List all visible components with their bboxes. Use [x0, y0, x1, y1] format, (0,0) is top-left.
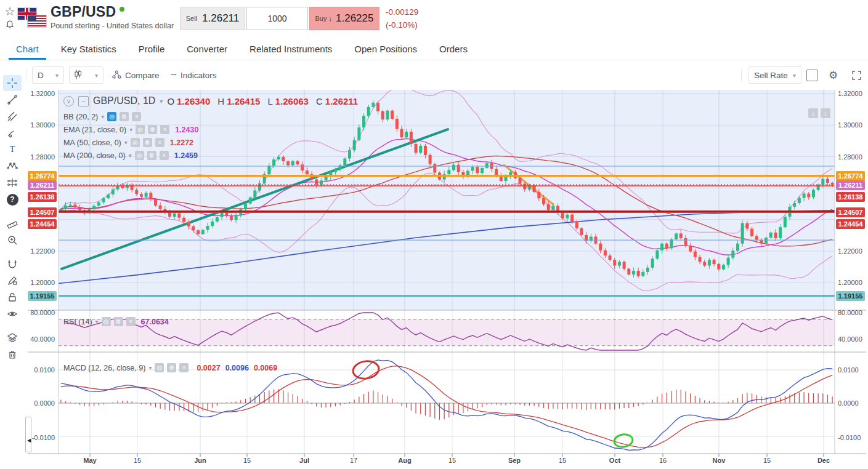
eye-icon[interactable]: ◎ — [135, 151, 144, 160]
rsi-value: 67.0634 — [141, 318, 169, 326]
price-level-badge: 1.24507 — [836, 207, 865, 217]
popup-checkbox[interactable] — [806, 66, 818, 84]
settings-icon[interactable]: ⚙ — [167, 363, 176, 372]
xabcd-pattern-icon[interactable] — [3, 158, 22, 174]
interval-selector[interactable]: D▾ — [32, 66, 64, 84]
gann-fib-tools-icon[interactable] — [3, 108, 22, 124]
eye-icon[interactable]: ◎ — [136, 125, 145, 134]
rate-type-value: Sell Rate — [754, 71, 788, 80]
macd-value: 0.0096 — [225, 364, 249, 372]
section-tabs: ChartKey StatisticsProfileConverterRelat… — [0, 38, 868, 60]
tab-key-statistics[interactable]: Key Statistics — [50, 38, 128, 60]
settings-icon[interactable]: ⚙ — [143, 138, 152, 147]
alert-bell-icon[interactable] — [2, 20, 17, 30]
interval-value: D — [38, 71, 44, 80]
close-icon[interactable]: × — [155, 138, 164, 147]
axis-label: 1.32000 — [28, 90, 55, 97]
candlestick-icon — [75, 70, 81, 81]
time-axis-label: 15 — [448, 457, 456, 464]
eye-icon[interactable]: ◎ — [107, 112, 116, 121]
settings-icon[interactable]: ⚙ — [148, 125, 157, 134]
indicator-value: 1.2272 — [170, 138, 193, 147]
quantity-field[interactable] — [246, 7, 308, 30]
ohlc-readout: O1.26340 H1.26415 L1.26063 C1.26211 — [167, 96, 358, 106]
indicators-button[interactable]: ~ Indicators — [171, 66, 216, 84]
indicator-label: MA (200, close, 0) — [63, 151, 126, 160]
price-level-badge: 1.26138 — [28, 192, 57, 202]
rate-type-selector[interactable]: Sell Rate▾ — [748, 66, 801, 84]
zoom-in-icon[interactable] — [3, 232, 22, 248]
quantity-input[interactable] — [247, 7, 307, 30]
tab-related-instruments[interactable]: Related Instruments — [238, 38, 343, 60]
tab-open-positions[interactable]: Open Positions — [343, 38, 428, 60]
time-axis-label: May — [83, 457, 96, 464]
text-icon[interactable]: T — [3, 142, 22, 158]
time-axis-label: Dec — [817, 457, 830, 464]
macd-value: 0.0027 — [197, 364, 220, 372]
axis-label: 0.0100 — [28, 366, 55, 374]
macd-value: 0.0069 — [254, 364, 277, 372]
hide-drawings-icon[interactable] — [3, 306, 22, 322]
sell-price: 1.26211 — [202, 12, 239, 25]
drawing-edit-lock-icon[interactable] — [3, 273, 22, 289]
remove-drawings-icon[interactable] — [3, 347, 22, 363]
price-level-badge: 1.26211 — [836, 180, 865, 190]
settings-icon[interactable]: ⚙ — [120, 112, 129, 121]
sell-button[interactable]: Sell 1.26211 — [180, 7, 245, 30]
axis-label: 1.30000 — [838, 121, 866, 129]
time-axis-label: 15 — [134, 457, 141, 464]
eye-icon[interactable]: ◎ — [155, 363, 164, 372]
gear-icon[interactable]: ⚙ — [829, 66, 838, 84]
settings-icon[interactable]: ⚙ — [147, 151, 156, 160]
minimize-legend-icon[interactable]: − — [78, 96, 89, 106]
axis-label: 0.0100 — [838, 366, 866, 374]
price-level-badge: 1.24454 — [836, 219, 865, 229]
collapse-legend-icon[interactable]: ∨ — [63, 96, 74, 106]
chart-toolbar: D▾ ▾ Compare ~ Indicators Sell Rate▾ ⚙ — [0, 60, 868, 90]
scale-adjust-icon[interactable]: ↕ — [808, 108, 818, 118]
eye-icon[interactable]: ◎ — [102, 317, 111, 326]
time-axis-label: 15 — [763, 457, 771, 464]
buy-label: Buy — [315, 15, 327, 22]
compare-button[interactable]: Compare — [112, 66, 160, 84]
indicator-label: BB (20, 2) — [63, 113, 98, 121]
trend-line-icon[interactable] — [3, 92, 22, 108]
chevron-down-icon: ▾ — [95, 318, 99, 325]
price-level-badge: 1.26774 — [28, 171, 57, 181]
measure-ruler-icon[interactable] — [3, 215, 22, 231]
forecast-icon[interactable] — [3, 175, 22, 191]
axis-label: 1.20000 — [28, 279, 55, 286]
close-icon[interactable]: × — [132, 112, 141, 121]
fullscreen-icon[interactable] — [852, 66, 861, 84]
chevron-down-icon: ▾ — [160, 98, 163, 105]
close-icon[interactable]: × — [160, 125, 169, 134]
scale-reset-icon[interactable]: ↕ — [821, 108, 830, 118]
close-icon[interactable]: × — [160, 151, 169, 160]
tab-chart[interactable]: Chart — [5, 38, 50, 60]
tab-converter[interactable]: Converter — [176, 38, 238, 60]
settings-icon[interactable]: ⚙ — [114, 317, 123, 326]
lock-all-drawings-icon[interactable] — [3, 289, 22, 305]
eye-icon[interactable]: ◎ — [131, 138, 140, 147]
compare-label: Compare — [125, 71, 160, 80]
magnet-icon[interactable] — [3, 256, 22, 272]
close-icon[interactable]: × — [126, 317, 136, 326]
rsi-legend-label: RSI (14) — [63, 318, 92, 326]
brush-icon[interactable] — [3, 125, 22, 141]
buy-button[interactable]: Buy ↓ 1.26225 — [309, 7, 379, 30]
tab-orders[interactable]: Orders — [428, 38, 479, 60]
favorite-star-icon[interactable]: ☆ — [2, 5, 17, 18]
tab-profile[interactable]: Profile — [128, 38, 176, 60]
close-icon[interactable]: × — [179, 363, 189, 372]
help-icon[interactable]: ? — [3, 191, 22, 207]
chart-area[interactable]: T? ∨ − GBP/USD, 1D ▾ O1.26340 H1.26415 L… — [0, 90, 868, 469]
price-level-badge: 1.26138 — [836, 192, 865, 202]
crosshair-icon[interactable] — [3, 75, 22, 91]
indicators-label: Indicators — [180, 71, 217, 80]
time-axis-label: Nov — [713, 457, 726, 464]
axis-label: 40.0000 — [838, 335, 866, 343]
chart-style-selector[interactable]: ▾ — [69, 66, 103, 84]
manage-layers-icon[interactable] — [3, 330, 22, 346]
chevron-down-icon: ▾ — [129, 152, 132, 159]
chevron-down-icon: ▾ — [129, 126, 132, 133]
